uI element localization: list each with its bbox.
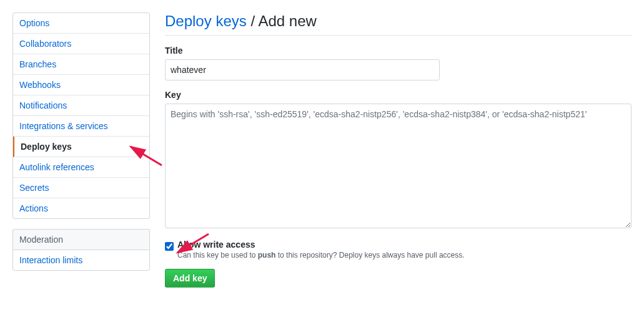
- deploy-keys-link[interactable]: Deploy keys: [165, 12, 247, 29]
- page-subhead: Deploy keys / Add new: [165, 12, 632, 36]
- sidebar-item-collaborators[interactable]: Collaborators: [13, 34, 149, 54]
- key-label: Key: [165, 90, 632, 100]
- note-suffix: to this repository? Deploy keys always h…: [275, 251, 464, 260]
- page-title: Deploy keys / Add new: [165, 12, 632, 30]
- settings-sidebar: Options Collaborators Branches Webhooks …: [12, 12, 150, 288]
- sidebar-item-autolink-references[interactable]: Autolink references: [13, 157, 149, 178]
- sidebar-item-secrets[interactable]: Secrets: [13, 178, 149, 198]
- sidebar-item-deploy-keys[interactable]: Deploy keys: [13, 137, 149, 157]
- settings-menu: Options Collaborators Branches Webhooks …: [12, 12, 150, 219]
- key-textarea[interactable]: [165, 104, 632, 228]
- sidebar-item-options[interactable]: Options: [13, 13, 149, 34]
- key-group: Key: [165, 90, 632, 230]
- note-prefix: Can this key be used to: [177, 251, 258, 260]
- moderation-header: Moderation: [12, 229, 150, 250]
- note-strong: push: [258, 251, 276, 260]
- sidebar-item-branches[interactable]: Branches: [13, 54, 149, 75]
- sidebar-item-actions[interactable]: Actions: [13, 198, 149, 218]
- breadcrumb-separator: /: [247, 12, 259, 29]
- sidebar-item-integrations[interactable]: Integrations & services: [13, 116, 149, 137]
- allow-write-access-checkbox[interactable]: [165, 242, 174, 251]
- moderation-menu: Interaction limits: [12, 250, 150, 271]
- sidebar-item-webhooks[interactable]: Webhooks: [13, 75, 149, 95]
- title-label: Title: [165, 46, 632, 56]
- main-content: Deploy keys / Add new Title Key Allow wr…: [165, 12, 632, 288]
- sidebar-item-interaction-limits[interactable]: Interaction limits: [13, 250, 149, 270]
- allow-write-access-label[interactable]: Allow write access: [177, 240, 632, 250]
- breadcrumb-current: Add new: [258, 12, 316, 29]
- title-group: Title: [165, 46, 632, 80]
- title-input[interactable]: [165, 59, 440, 80]
- allow-write-access-note: Can this key be used to push to this rep…: [177, 251, 632, 260]
- add-key-button[interactable]: Add key: [165, 269, 215, 288]
- allow-write-access-group: Allow write access Can this key be used …: [165, 240, 632, 260]
- sidebar-item-notifications[interactable]: Notifications: [13, 95, 149, 116]
